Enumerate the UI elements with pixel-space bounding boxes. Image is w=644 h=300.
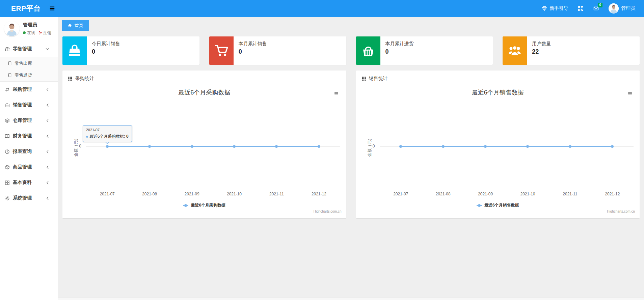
brand-logo[interactable]: ERP平台 (0, 4, 41, 13)
home-icon (68, 23, 72, 28)
data-point[interactable] (442, 145, 445, 148)
sidebar-item-purchase[interactable]: 采购管理 (0, 82, 58, 97)
sidebar-item-basic-data[interactable]: 基本资料 (0, 175, 58, 190)
gem-icon (542, 6, 547, 11)
chart-area: 最近6个月采购数据金额（元）02021-07最近6个月采购数据: 02021-0… (66, 84, 343, 213)
online-status-dot (23, 31, 26, 34)
sidebar-menu: 零售管理零售出库零售退货采购管理销售管理仓库管理财务管理报表查询商品管理基本资料… (0, 41, 58, 206)
sidebar-subitem-label: 零售退货 (15, 72, 32, 78)
tooltip-category: 2021-07 (86, 128, 129, 132)
cart-icon (214, 44, 229, 58)
gift-icon (5, 47, 10, 52)
sidebar-item-label: 采购管理 (13, 86, 32, 92)
sidebar-item-label: 仓库管理 (13, 117, 32, 124)
stat-card-today-sales: 今日累计销售0 (62, 36, 199, 65)
data-point[interactable] (399, 145, 402, 148)
y-axis-tick: 0 (66, 144, 81, 148)
x-axis-tick: 2021-10 (507, 192, 549, 196)
sidebar-item-finance[interactable]: 财务管理 (0, 128, 58, 144)
hamburger-icon (49, 6, 55, 11)
main-content: 首页 今日累计销售0本月累计销售0本月累计进货0用户数量22 采购统计最近6个月… (58, 17, 644, 300)
legend-item[interactable]: 最近6个月采购数据 (66, 202, 343, 208)
sidebar-user-info: 管理员 在线 注销 (23, 22, 51, 36)
stat-card-label: 本月累计销售 (239, 41, 267, 47)
th-grid-icon (68, 76, 73, 81)
sidebar-subitem-retail-outbound[interactable]: 零售出库 (0, 57, 58, 69)
data-point[interactable] (611, 145, 614, 148)
chart-tooltip: 2021-07最近6个月采购数据: 0 (83, 125, 132, 142)
chart-panel-header: 销售统计 (356, 71, 640, 84)
data-point[interactable] (233, 145, 236, 148)
sidebar-item-retail[interactable]: 零售管理 (0, 41, 58, 57)
tooltip-series-dot (86, 136, 88, 138)
stat-card-icon-box (356, 36, 380, 65)
x-axis-tick: 2021-11 (549, 192, 591, 196)
gear-icon (5, 196, 10, 201)
data-point[interactable] (318, 145, 320, 148)
stat-card-body: 用户数量22 (527, 36, 556, 65)
data-point[interactable] (106, 145, 109, 148)
tab-home[interactable]: 首页 (62, 20, 89, 31)
logout-label: 注销 (43, 30, 51, 36)
shopping-bag-icon (68, 44, 82, 58)
chart-export-menu-button[interactable] (332, 90, 341, 97)
x-axis-tick: 2021-11 (256, 192, 298, 196)
briefcase-icon (5, 103, 10, 108)
chart-panel-title: 销售统计 (369, 76, 388, 82)
sidebar-item-goods[interactable]: 商品管理 (0, 159, 58, 175)
messages-button[interactable]: 0 (593, 6, 599, 11)
stat-cards-row: 今日累计销售0本月累计销售0本月累计进货0用户数量22 (62, 36, 640, 65)
sidebar-item-sales[interactable]: 销售管理 (0, 97, 58, 113)
user-menu[interactable]: 管理员 (609, 3, 635, 13)
guide-link[interactable]: 新手引导 (542, 5, 568, 11)
repeat-icon (5, 87, 10, 92)
logout-link[interactable]: 注销 (38, 30, 51, 36)
charts-row: 采购统计最近6个月采购数据金额（元）02021-07最近6个月采购数据: 020… (62, 71, 640, 218)
data-point[interactable] (484, 145, 487, 148)
chevron-left-icon (45, 87, 50, 92)
book-icon (5, 134, 10, 139)
guide-label: 新手引导 (549, 5, 568, 11)
sidebar-user-avatar (4, 21, 20, 36)
sidebar-item-reports[interactable]: 报表查询 (0, 144, 58, 159)
stat-card-icon-box (209, 36, 234, 65)
th-grid-icon (361, 76, 366, 81)
data-point[interactable] (148, 145, 151, 148)
chart-export-menu-button[interactable] (625, 90, 634, 97)
navbar-username: 管理员 (621, 5, 635, 11)
tab-home-label: 首页 (75, 23, 83, 29)
y-axis-tick: 0 (359, 144, 375, 148)
message-count-badge: 0 (598, 3, 602, 7)
sidebar-username: 管理员 (23, 22, 51, 28)
stat-card-month-sales: 本月累计销售0 (209, 36, 346, 65)
chevron-left-icon (45, 180, 50, 185)
sidebar-item-label: 财务管理 (13, 133, 32, 139)
x-axis-tick: 2021-12 (298, 192, 340, 196)
x-axis-tick: 2021-09 (171, 192, 213, 196)
sidebar-item-system[interactable]: 系统管理 (0, 190, 58, 206)
stat-card-body: 本月累计进货0 (380, 36, 419, 65)
sidebar-subitem-retail-return[interactable]: 零售退货 (0, 69, 58, 81)
sidebar-toggle-button[interactable] (49, 6, 55, 11)
grid-icon (5, 180, 10, 185)
chart-panel-sales-stats: 销售统计最近6个月销售数据金额（元）02021-072021-082021-09… (356, 71, 640, 218)
sidebar-user-status: 在线 注销 (23, 30, 51, 36)
data-point[interactable] (526, 145, 529, 148)
stat-card-value: 22 (532, 48, 551, 55)
chart-area: 最近6个月销售数据金额（元）02021-072021-082021-092021… (359, 84, 637, 213)
journal-icon (7, 73, 12, 77)
highcharts-credits-link[interactable]: Highcharts.com.cn (607, 210, 635, 213)
data-point[interactable] (191, 145, 193, 148)
tab-bar: 首页 (58, 17, 644, 32)
stat-card-label: 用户数量 (532, 41, 551, 47)
data-point[interactable] (275, 145, 278, 148)
series-line (401, 146, 612, 147)
data-point[interactable] (569, 145, 571, 148)
highcharts-credits-link[interactable]: Highcharts.com.cn (314, 210, 342, 213)
sidebar: 管理员 在线 注销 零售管理零售出库零售退货采购管理销售管理仓库管理财务管理报表… (0, 17, 58, 300)
sidebar-item-warehouse[interactable]: 仓库管理 (0, 113, 58, 128)
legend-item[interactable]: 最近6个月销售数据 (359, 202, 637, 208)
fullscreen-button[interactable] (578, 6, 584, 11)
chevron-left-icon (45, 103, 50, 108)
x-axis-tick: 2021-07 (380, 192, 422, 196)
